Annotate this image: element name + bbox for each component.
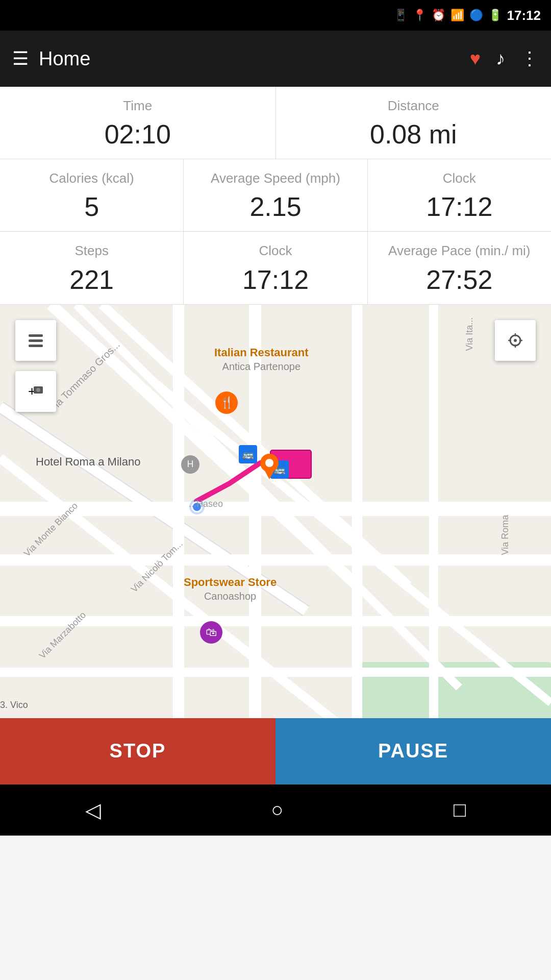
street-haseo: ...Haseo [189, 499, 223, 509]
restaurant-label: Italian Restaurant Antica Partenope [214, 346, 309, 374]
bottom-buttons: STOP PAUSE [0, 718, 551, 785]
recent-button[interactable]: □ [454, 798, 466, 821]
svg-point-31 [514, 339, 517, 342]
menu-button[interactable]: ☰ [12, 48, 29, 69]
nav-bar: ◁ ○ □ [0, 785, 551, 836]
app-bar-actions: ♥ ♪ ⋮ [470, 48, 539, 69]
distance-value: 0.08 mi [281, 119, 546, 150]
stop-button[interactable]: STOP [0, 718, 276, 785]
signal-icon: 📶 [450, 9, 464, 22]
app-title: Home [39, 48, 460, 70]
stat-steps: Steps 221 [0, 232, 184, 304]
stat-clock-1: Clock 17:12 [368, 159, 551, 231]
stats-row-3: Steps 221 Clock 17:12 Average Pace (min.… [0, 232, 551, 304]
street-via-ita: Via Ita... [464, 317, 475, 351]
bluetooth-icon: 🔵 [469, 9, 483, 22]
svg-rect-24 [29, 334, 43, 337]
time-value: 02:10 [5, 119, 270, 150]
stat-distance: Distance 0.08 mi [276, 87, 552, 159]
locate-button[interactable] [495, 320, 536, 361]
stats-row-1: Time 02:10 Distance 0.08 mi [0, 87, 551, 159]
stat-calories: Calories (kcal) 5 [0, 159, 184, 231]
stat-time: Time 02:10 [0, 87, 276, 159]
avg-speed-label: Average Speed (mph) [189, 170, 362, 186]
home-button[interactable]: ○ [271, 798, 283, 821]
clock2-value: 17:12 [189, 264, 362, 295]
avg-pace-label: Average Pace (min./ mi) [373, 243, 546, 259]
back-button[interactable]: ◁ [85, 798, 101, 822]
alarm-icon: ⏰ [432, 9, 445, 22]
stat-clock-2: Clock 17:12 [184, 232, 367, 304]
stat-avg-speed: Average Speed (mph) 2.15 [184, 159, 367, 231]
vico-label: 3. Vico [0, 700, 28, 710]
status-bar-icons: 📱 📍 ⏰ 📶 🔵 🔋 17:12 [394, 8, 541, 23]
music-button[interactable]: ♪ [496, 48, 505, 69]
stats-row-2: Calories (kcal) 5 Average Speed (mph) 2.… [0, 159, 551, 232]
heart-button[interactable]: ♥ [470, 48, 481, 69]
map-container[interactable]: Italian Restaurant Antica Partenope 🍴 Ho… [0, 305, 551, 785]
app-bar: ☰ Home ♥ ♪ ⋮ [0, 31, 551, 87]
steps-value: 221 [5, 264, 178, 295]
battery-icon: 🔋 [488, 9, 502, 22]
calories-value: 5 [5, 191, 178, 222]
avg-pace-value: 27:52 [373, 264, 546, 295]
more-button[interactable]: ⋮ [520, 48, 539, 69]
status-time: 17:12 [507, 8, 541, 23]
layers-button[interactable] [15, 320, 56, 361]
store-label: Sportswear Store Canoashop [184, 575, 277, 603]
distance-label: Distance [281, 98, 546, 114]
transit-icon-1: 🚌 [239, 445, 257, 463]
clock1-value: 17:12 [373, 191, 546, 222]
location-pin [259, 453, 280, 483]
svg-point-29 [36, 388, 40, 392]
camera-button[interactable]: + [15, 371, 56, 412]
stats-grid: Time 02:10 Distance 0.08 mi Calories (kc… [0, 87, 551, 305]
svg-point-23 [265, 459, 273, 467]
avg-speed-value: 2.15 [189, 191, 362, 222]
svg-marker-22 [263, 468, 276, 479]
whatsapp-icon: 📱 [394, 9, 408, 22]
clock1-label: Clock [373, 170, 546, 186]
restaurant-icon: 🍴 [215, 391, 238, 414]
time-label: Time [5, 98, 270, 114]
calories-label: Calories (kcal) [5, 170, 178, 186]
street-via-roma: Via Roma [500, 514, 511, 555]
pause-button[interactable]: PAUSE [276, 718, 551, 785]
clock2-label: Clock [189, 243, 362, 259]
hotel-icon: H [181, 455, 199, 474]
status-bar: 📱 📍 ⏰ 📶 🔵 🔋 17:12 [0, 0, 551, 31]
svg-rect-25 [29, 339, 43, 342]
location-icon: 📍 [413, 9, 427, 22]
hotel-label: Hotel Roma a Milano [36, 455, 140, 469]
svg-rect-26 [29, 345, 43, 347]
store-icon: 🛍 [200, 621, 222, 644]
stat-avg-pace: Average Pace (min./ mi) 27:52 [368, 232, 551, 304]
steps-label: Steps [5, 243, 178, 259]
